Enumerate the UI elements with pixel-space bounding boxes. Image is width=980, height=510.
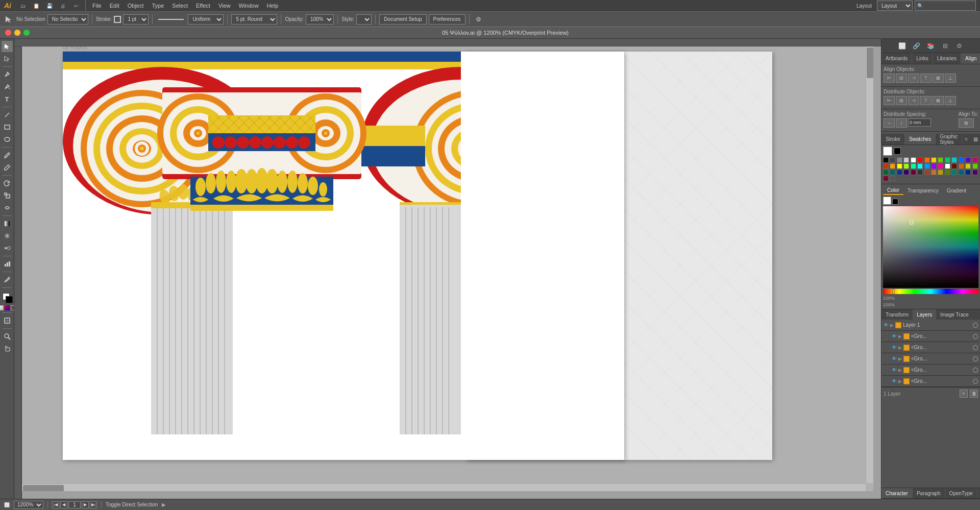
- canvas-area[interactable]: 05 Ψύλλov: [14, 39, 881, 499]
- swatch-color-4[interactable]: [911, 157, 916, 163]
- swatch-color-30[interactable]: [897, 169, 902, 175]
- swatch-color-16[interactable]: [897, 163, 902, 169]
- menu-select[interactable]: Select: [169, 2, 191, 10]
- align-center-h-btn[interactable]: ⊟: [896, 74, 907, 83]
- new-layer-btn[interactable]: +: [960, 390, 968, 398]
- menu-type[interactable]: Type: [149, 2, 167, 10]
- swatch-color-42[interactable]: [883, 176, 889, 181]
- swatch-color-6[interactable]: [924, 157, 930, 163]
- line-tool[interactable]: [2, 109, 13, 120]
- swatch-color-13[interactable]: [972, 157, 978, 163]
- align-panel-icon[interactable]: ⊞: [940, 40, 951, 52]
- layer-item-2[interactable]: 👁 ▶ <Gro...: [881, 331, 980, 342]
- add-anchor-tool[interactable]: +: [2, 81, 13, 92]
- expand-icon-2[interactable]: ▶: [898, 334, 902, 339]
- tab-artboards[interactable]: Artboards: [881, 53, 912, 64]
- swatch-color-21[interactable]: [931, 163, 937, 169]
- swatch-color-31[interactable]: [903, 169, 909, 175]
- align-right-btn[interactable]: ⊣: [908, 74, 919, 83]
- dist-center-v-btn[interactable]: ⊠: [933, 96, 944, 105]
- stroke-swatch-small[interactable]: [894, 148, 901, 155]
- stroke-color-swatch[interactable]: [114, 16, 121, 23]
- swatch-color-8[interactable]: [938, 157, 943, 163]
- menu-icon-4[interactable]: 🖨: [57, 0, 68, 11]
- menu-help[interactable]: Help: [264, 2, 282, 10]
- tab-transform[interactable]: Transform: [881, 309, 913, 320]
- swatch-color-32[interactable]: [911, 169, 916, 175]
- extra-tool-btn[interactable]: ⚙: [473, 14, 484, 25]
- close-btn[interactable]: [5, 30, 11, 36]
- dist-bottom-btn[interactable]: ⊥: [945, 96, 956, 105]
- blend-tool[interactable]: [2, 242, 13, 254]
- swatch-color-17[interactable]: [903, 163, 909, 169]
- horizontal-scrollbar[interactable]: [22, 483, 866, 491]
- artboard-tool[interactable]: [2, 315, 13, 326]
- artboards-panel-icon[interactable]: ⬜: [897, 40, 908, 52]
- zoom-select[interactable]: 1200%: [14, 501, 43, 509]
- swatch-color-12[interactable]: [965, 157, 971, 163]
- search-input[interactable]: [915, 1, 976, 11]
- swatch-color-36[interactable]: [938, 169, 943, 175]
- libraries-icon[interactable]: 📚: [925, 40, 937, 52]
- swatch-color-9[interactable]: [945, 157, 950, 163]
- align-center-v-btn[interactable]: ⊠: [933, 74, 944, 83]
- direct-selection-tool[interactable]: [2, 53, 13, 64]
- swatch-color-28[interactable]: [883, 169, 889, 175]
- color-tab-gradient[interactable]: Gradient: [943, 186, 970, 195]
- swatch-color-24[interactable]: [951, 163, 957, 169]
- opacity-select[interactable]: 100%: [306, 14, 334, 25]
- fill-swatch[interactable]: [883, 147, 892, 156]
- tab-swatches[interactable]: Swatches: [905, 134, 936, 144]
- layout-select[interactable]: Layout: [877, 1, 913, 11]
- swatch-color-22[interactable]: [938, 163, 943, 169]
- layer-target-5[interactable]: [973, 368, 978, 373]
- corners-select[interactable]: 5 pt. Round: [231, 14, 277, 25]
- layer-target-4[interactable]: [973, 356, 978, 361]
- tab-links[interactable]: Links: [912, 53, 933, 64]
- document-setup-btn[interactable]: Document Setup: [379, 14, 427, 25]
- tab-libraries[interactable]: Libraries: [933, 53, 961, 64]
- ellipse-tool[interactable]: [2, 134, 13, 145]
- dist-center-h-btn[interactable]: ⊟: [896, 96, 907, 105]
- delete-layer-btn[interactable]: 🗑: [970, 390, 978, 398]
- space-v-btn[interactable]: ↕: [896, 118, 907, 128]
- mesh-tool[interactable]: [2, 230, 13, 241]
- swatch-color-38[interactable]: [951, 169, 957, 175]
- zoom-tool[interactable]: [2, 331, 13, 342]
- pencil-tool[interactable]: [2, 162, 13, 173]
- swatch-color-37[interactable]: [945, 169, 950, 175]
- selection-tool[interactable]: [2, 41, 13, 52]
- properties-icon[interactable]: ⚙: [954, 40, 965, 52]
- layer-item-1[interactable]: 👁 ▶ Layer 1: [881, 320, 980, 331]
- menu-effect[interactable]: Effect: [193, 2, 213, 10]
- menu-view[interactable]: View: [215, 2, 234, 10]
- swatch-color-20[interactable]: [924, 163, 930, 169]
- layer-target-6[interactable]: [973, 379, 978, 384]
- toggle-arrow[interactable]: ▶: [162, 502, 166, 507]
- swatch-color-14[interactable]: [883, 163, 889, 169]
- stroke-type-select[interactable]: Uniform: [188, 14, 224, 25]
- spacing-value-input[interactable]: [908, 118, 931, 127]
- swatch-color-25[interactable]: [959, 163, 964, 169]
- layer-item-6[interactable]: 👁 ▶ <Gro...: [881, 376, 980, 387]
- color-tab-color[interactable]: Color: [883, 186, 903, 195]
- vertical-scrollbar[interactable]: [866, 46, 873, 483]
- color-tab-transparency[interactable]: Transparency: [903, 186, 943, 195]
- eyedropper-tool[interactable]: [2, 274, 13, 285]
- menu-file[interactable]: File: [89, 2, 105, 10]
- align-bottom-btn[interactable]: ⊥: [945, 74, 956, 83]
- artwork-canvas[interactable]: 05 Ψύλλov: [22, 46, 873, 491]
- swatch-color-2[interactable]: [897, 157, 902, 163]
- align-to-btn[interactable]: ⊞: [959, 118, 974, 128]
- swatch-color-40[interactable]: [965, 169, 971, 175]
- swatch-color-19[interactable]: [917, 163, 923, 169]
- tab-paragraph[interactable]: Paragraph: [913, 488, 945, 498]
- swatch-color-10[interactable]: [951, 157, 957, 163]
- swatch-color-1[interactable]: [890, 157, 895, 163]
- hand-tool[interactable]: [2, 343, 13, 354]
- dist-top-btn[interactable]: ⊤: [920, 96, 932, 105]
- swatch-color-29[interactable]: [890, 169, 895, 175]
- swatch-color-7[interactable]: [931, 157, 937, 163]
- menu-edit[interactable]: Edit: [107, 2, 122, 10]
- links-panel-icon[interactable]: 🔗: [911, 40, 922, 52]
